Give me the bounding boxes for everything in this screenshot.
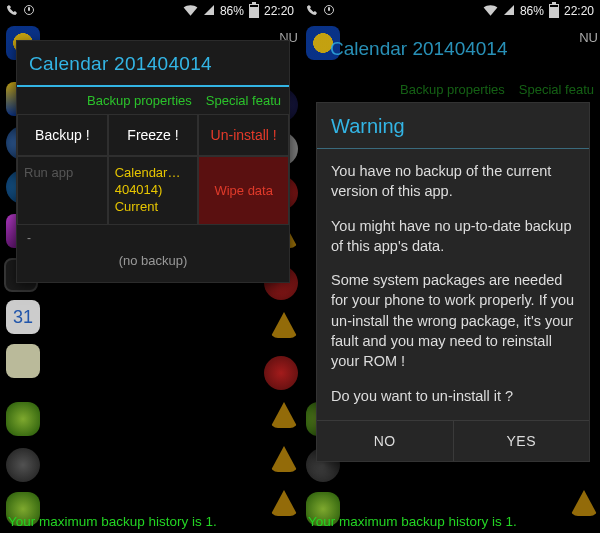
mic-icon [323,4,335,19]
note-dash: - [17,225,289,251]
package-current: Calendar…404014) Current [108,156,199,225]
run-app-button[interactable]: Run app [17,156,108,225]
cell-signal-icon [503,4,515,19]
footer-message: Your maximum backup history is 1. [8,514,217,529]
dialog-title: Calendar 201404014 [17,41,289,87]
no-button[interactable]: NO [317,421,454,461]
link-backup-properties-dim: Backup properties [400,82,505,97]
warning-title: Warning [317,103,589,149]
clock: 22:20 [264,4,294,18]
screen-left: 86% 22:20 31 NU Calendar 201404014 Backu… [0,0,300,533]
warning-p1: You have no backup of the current versio… [331,161,575,202]
warning-p4: Do you want to un-install it ? [331,386,575,406]
screen-right: 86% 22:20 NU Calendar 201404014 Backup p… [300,0,600,533]
link-special-features-dim: Special featu [519,82,594,97]
app-actions-dialog: Calendar 201404014 Backup properties Spe… [16,40,290,283]
warning-body: You have no backup of the current versio… [317,149,589,420]
svg-rect-3 [328,7,330,11]
status-bar: 86% 22:20 [300,0,600,22]
cell-signal-icon [203,4,215,19]
battery-icon [549,4,559,18]
battery-icon [249,4,259,18]
yes-button[interactable]: YES [454,421,590,461]
mic-icon [23,4,35,19]
battery-percent: 86% [520,4,544,18]
warning-dialog: Warning You have no backup of the curren… [316,102,590,462]
backup-button[interactable]: Backup ! [17,114,108,156]
wifi-icon [483,4,498,19]
no-backup-label: (no backup) [17,251,289,282]
appbar-text-fragment: NU [577,26,600,49]
dialog-title-dimmed: Calendar 201404014 [330,38,508,60]
uninstall-button[interactable]: Un-install ! [198,114,289,156]
battery-percent: 86% [220,4,244,18]
link-special-features[interactable]: Special featu [206,93,281,108]
link-backup-properties[interactable]: Backup properties [87,93,192,108]
wipe-data-button[interactable]: Wipe data [198,156,289,225]
clock: 22:20 [564,4,594,18]
footer-message: Your maximum backup history is 1. [308,514,517,529]
warning-p3: Some system packages are needed for your… [331,270,575,371]
phone-icon [6,4,18,19]
freeze-button[interactable]: Freeze ! [108,114,199,156]
warning-p2: You might have no up-to-date backup of t… [331,216,575,257]
wifi-icon [183,4,198,19]
phone-icon [306,4,318,19]
svg-rect-1 [28,7,30,11]
status-bar: 86% 22:20 [0,0,300,22]
